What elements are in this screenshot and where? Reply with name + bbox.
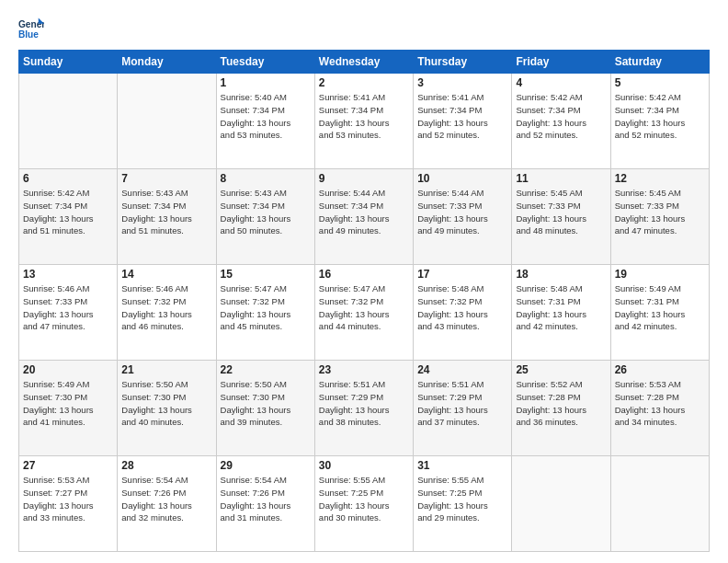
calendar-cell: 10Sunrise: 5:44 AM Sunset: 7:33 PM Dayli…	[414, 169, 512, 265]
calendar-cell: 15Sunrise: 5:47 AM Sunset: 7:32 PM Dayli…	[216, 265, 314, 361]
day-number: 8	[221, 172, 311, 185]
day-info: Sunrise: 5:55 AM Sunset: 7:25 PM Dayligh…	[319, 474, 409, 524]
calendar-cell: 21Sunrise: 5:50 AM Sunset: 7:30 PM Dayli…	[118, 361, 216, 456]
day-info: Sunrise: 5:45 AM Sunset: 7:33 PM Dayligh…	[516, 187, 606, 237]
calendar-cell: 23Sunrise: 5:51 AM Sunset: 7:29 PM Dayli…	[314, 361, 413, 456]
day-number: 17	[417, 268, 507, 281]
day-number: 14	[121, 268, 211, 281]
day-info: Sunrise: 5:43 AM Sunset: 7:34 PM Dayligh…	[121, 187, 211, 237]
calendar-cell: 2Sunrise: 5:41 AM Sunset: 7:34 PM Daylig…	[314, 74, 413, 169]
calendar-cell: 4Sunrise: 5:42 AM Sunset: 7:34 PM Daylig…	[512, 74, 610, 169]
day-info: Sunrise: 5:50 AM Sunset: 7:30 PM Dayligh…	[121, 378, 211, 429]
weekday-monday: Monday	[118, 51, 216, 74]
day-number: 19	[615, 268, 705, 281]
day-info: Sunrise: 5:52 AM Sunset: 7:28 PM Dayligh…	[516, 378, 606, 429]
day-info: Sunrise: 5:41 AM Sunset: 7:34 PM Dayligh…	[319, 91, 409, 142]
day-number: 10	[417, 172, 507, 185]
calendar-cell	[610, 456, 709, 552]
day-number: 28	[121, 459, 211, 472]
day-number: 3	[417, 76, 507, 89]
calendar-cell: 30Sunrise: 5:55 AM Sunset: 7:25 PM Dayli…	[314, 456, 413, 552]
calendar-cell	[118, 74, 216, 169]
calendar-cell: 11Sunrise: 5:45 AM Sunset: 7:33 PM Dayli…	[512, 169, 610, 265]
day-info: Sunrise: 5:48 AM Sunset: 7:31 PM Dayligh…	[516, 282, 606, 333]
day-info: Sunrise: 5:51 AM Sunset: 7:29 PM Dayligh…	[417, 378, 507, 429]
logo: General Blue	[18, 17, 44, 42]
day-number: 29	[221, 459, 311, 472]
calendar-cell: 18Sunrise: 5:48 AM Sunset: 7:31 PM Dayli…	[512, 265, 610, 361]
day-number: 27	[23, 459, 113, 472]
day-number: 25	[516, 363, 606, 376]
day-number: 18	[516, 268, 606, 281]
day-info: Sunrise: 5:44 AM Sunset: 7:33 PM Dayligh…	[417, 187, 507, 237]
calendar-cell	[19, 74, 118, 169]
day-number: 1	[221, 76, 311, 89]
weekday-saturday: Saturday	[610, 51, 709, 74]
calendar-cell: 19Sunrise: 5:49 AM Sunset: 7:31 PM Dayli…	[610, 265, 709, 361]
day-info: Sunrise: 5:42 AM Sunset: 7:34 PM Dayligh…	[23, 187, 113, 237]
day-info: Sunrise: 5:43 AM Sunset: 7:34 PM Dayligh…	[221, 187, 311, 237]
weekday-thursday: Thursday	[414, 51, 512, 74]
day-info: Sunrise: 5:47 AM Sunset: 7:32 PM Dayligh…	[221, 282, 311, 333]
day-info: Sunrise: 5:50 AM Sunset: 7:30 PM Dayligh…	[221, 378, 311, 429]
day-info: Sunrise: 5:46 AM Sunset: 7:33 PM Dayligh…	[23, 282, 113, 333]
day-number: 16	[319, 268, 409, 281]
calendar-cell: 8Sunrise: 5:43 AM Sunset: 7:34 PM Daylig…	[216, 169, 314, 265]
day-number: 4	[516, 76, 606, 89]
weekday-sunday: Sunday	[19, 51, 118, 74]
day-number: 2	[319, 76, 409, 89]
calendar-cell: 24Sunrise: 5:51 AM Sunset: 7:29 PM Dayli…	[414, 361, 512, 456]
logo-icon: General Blue	[18, 17, 44, 42]
calendar-cell: 20Sunrise: 5:49 AM Sunset: 7:30 PM Dayli…	[19, 361, 118, 456]
day-info: Sunrise: 5:53 AM Sunset: 7:27 PM Dayligh…	[23, 474, 113, 524]
day-number: 30	[319, 459, 409, 472]
weekday-wednesday: Wednesday	[314, 51, 413, 74]
day-number: 13	[23, 268, 113, 281]
calendar-cell: 29Sunrise: 5:54 AM Sunset: 7:26 PM Dayli…	[216, 456, 314, 552]
day-number: 24	[417, 363, 507, 376]
day-number: 15	[221, 268, 311, 281]
calendar-cell: 13Sunrise: 5:46 AM Sunset: 7:33 PM Dayli…	[19, 265, 118, 361]
day-number: 7	[121, 172, 211, 185]
calendar-week-row: 6Sunrise: 5:42 AM Sunset: 7:34 PM Daylig…	[19, 169, 710, 265]
svg-text:Blue: Blue	[18, 29, 39, 40]
calendar-week-row: 13Sunrise: 5:46 AM Sunset: 7:33 PM Dayli…	[19, 265, 710, 361]
day-number: 9	[319, 172, 409, 185]
calendar-cell	[512, 456, 610, 552]
day-number: 12	[615, 172, 705, 185]
calendar-cell: 22Sunrise: 5:50 AM Sunset: 7:30 PM Dayli…	[216, 361, 314, 456]
day-number: 11	[516, 172, 606, 185]
weekday-tuesday: Tuesday	[216, 51, 314, 74]
day-info: Sunrise: 5:46 AM Sunset: 7:32 PM Dayligh…	[121, 282, 211, 333]
calendar-cell: 14Sunrise: 5:46 AM Sunset: 7:32 PM Dayli…	[118, 265, 216, 361]
day-number: 31	[417, 459, 507, 472]
calendar-cell: 27Sunrise: 5:53 AM Sunset: 7:27 PM Dayli…	[19, 456, 118, 552]
day-number: 22	[221, 363, 311, 376]
calendar-cell: 25Sunrise: 5:52 AM Sunset: 7:28 PM Dayli…	[512, 361, 610, 456]
calendar-week-row: 1Sunrise: 5:40 AM Sunset: 7:34 PM Daylig…	[19, 74, 710, 169]
day-number: 5	[615, 76, 705, 89]
calendar-cell: 9Sunrise: 5:44 AM Sunset: 7:34 PM Daylig…	[314, 169, 413, 265]
day-number: 23	[319, 363, 409, 376]
day-number: 26	[615, 363, 705, 376]
day-info: Sunrise: 5:45 AM Sunset: 7:33 PM Dayligh…	[615, 187, 705, 237]
weekday-friday: Friday	[512, 51, 610, 74]
header: General Blue	[18, 17, 710, 42]
day-info: Sunrise: 5:49 AM Sunset: 7:30 PM Dayligh…	[23, 378, 113, 429]
weekday-header-row: SundayMondayTuesdayWednesdayThursdayFrid…	[19, 51, 710, 74]
day-info: Sunrise: 5:49 AM Sunset: 7:31 PM Dayligh…	[615, 282, 705, 333]
day-info: Sunrise: 5:54 AM Sunset: 7:26 PM Dayligh…	[221, 474, 311, 524]
day-number: 6	[23, 172, 113, 185]
day-number: 21	[121, 363, 211, 376]
calendar-cell: 31Sunrise: 5:55 AM Sunset: 7:25 PM Dayli…	[414, 456, 512, 552]
calendar-cell: 26Sunrise: 5:53 AM Sunset: 7:28 PM Dayli…	[610, 361, 709, 456]
day-info: Sunrise: 5:42 AM Sunset: 7:34 PM Dayligh…	[615, 91, 705, 142]
calendar-cell: 3Sunrise: 5:41 AM Sunset: 7:34 PM Daylig…	[414, 74, 512, 169]
calendar-week-row: 20Sunrise: 5:49 AM Sunset: 7:30 PM Dayli…	[19, 361, 710, 456]
calendar-cell: 16Sunrise: 5:47 AM Sunset: 7:32 PM Dayli…	[314, 265, 413, 361]
day-info: Sunrise: 5:42 AM Sunset: 7:34 PM Dayligh…	[516, 91, 606, 142]
day-info: Sunrise: 5:54 AM Sunset: 7:26 PM Dayligh…	[121, 474, 211, 524]
day-number: 20	[23, 363, 113, 376]
calendar-cell: 6Sunrise: 5:42 AM Sunset: 7:34 PM Daylig…	[19, 169, 118, 265]
calendar-cell: 5Sunrise: 5:42 AM Sunset: 7:34 PM Daylig…	[610, 74, 709, 169]
